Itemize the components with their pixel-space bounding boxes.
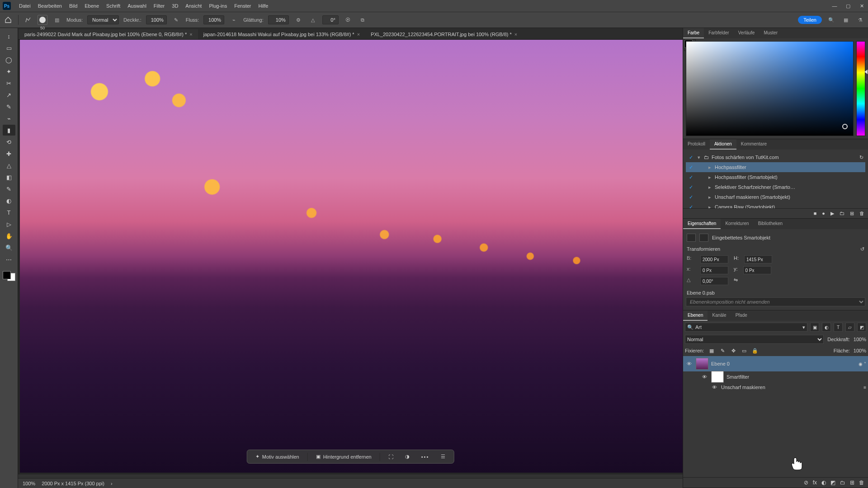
quick-select-tool[interactable]: ✦: [3, 66, 15, 77]
new-action-button[interactable]: ⊞: [850, 211, 854, 216]
check-icon[interactable]: ✓: [688, 164, 694, 170]
move-tool[interactable]: ↕: [3, 31, 15, 42]
menu-fenster[interactable]: Fenster: [231, 1, 255, 10]
lock-artboard-icon[interactable]: ▭: [740, 347, 748, 355]
tab-ebenen[interactable]: Ebenen: [683, 310, 708, 321]
adjustment-icon[interactable]: ◩: [830, 479, 835, 486]
tab-muster[interactable]: Muster: [759, 28, 782, 38]
marquee-tool[interactable]: ▭: [3, 42, 15, 53]
menu-bild[interactable]: Bild: [66, 1, 81, 10]
flow-value[interactable]: 100%: [203, 15, 224, 24]
tab-pfade[interactable]: Pfade: [731, 310, 752, 321]
filter-name[interactable]: Unscharf maskieren: [721, 385, 765, 390]
share-button[interactable]: Teilen: [798, 16, 822, 24]
layer-ebene-0[interactable]: 👁 Ebene 0 ◉ ˅: [683, 356, 868, 371]
smooth-value[interactable]: 10%: [268, 15, 289, 24]
filter-image-icon[interactable]: ▣: [810, 323, 819, 332]
canvas-area[interactable]: ✦Motiv auswählen ▣Hintergrund entfernen …: [18, 40, 683, 474]
fx-icon[interactable]: fx: [813, 479, 817, 486]
lock-transparency-icon[interactable]: ▦: [708, 347, 716, 355]
tab-farbfelder[interactable]: Farbfelder: [704, 28, 734, 38]
menu-auswahl[interactable]: Auswahl: [124, 1, 150, 10]
filter-shape-icon[interactable]: ▱: [845, 323, 854, 332]
document-info[interactable]: 2000 Px x 1415 Px (300 ppi): [42, 481, 104, 486]
dodge-tool[interactable]: ◐: [3, 195, 15, 206]
lasso-tool[interactable]: ◯: [3, 54, 15, 65]
adjust-icon[interactable]: ◑: [401, 452, 413, 461]
document-canvas[interactable]: [20, 40, 683, 473]
check-icon[interactable]: ✓: [688, 204, 694, 209]
pressure-size-icon[interactable]: ⦿: [343, 15, 353, 25]
hue-slider[interactable]: [856, 41, 865, 136]
search-icon[interactable]: 🔍: [826, 15, 836, 25]
tab-korrekturen[interactable]: Korrekturen: [721, 219, 753, 229]
edit-toolbar[interactable]: ⋯: [3, 254, 15, 265]
layer-thumbnail[interactable]: [696, 358, 708, 370]
link-layers-icon[interactable]: ⊘: [804, 479, 808, 486]
record-button[interactable]: ●: [822, 211, 825, 216]
clone-tool[interactable]: ⟲: [3, 136, 15, 147]
layer-comp-select[interactable]: Ebenenkomposition nicht anwenden: [686, 297, 865, 306]
reset-transform-icon[interactable]: ↺: [860, 246, 864, 252]
y-field[interactable]: [743, 266, 771, 274]
angle-icon[interactable]: △: [308, 15, 318, 25]
menu-datei[interactable]: Datei: [15, 1, 34, 10]
type-tool[interactable]: T: [3, 207, 15, 218]
tab-protokoll[interactable]: Protokoll: [683, 139, 710, 150]
menu-hilfe[interactable]: Hilfe: [255, 1, 272, 10]
action-row[interactable]: ✓▸Hochpassfilter: [686, 162, 865, 172]
color-handle[interactable]: [842, 124, 848, 129]
height-field[interactable]: [744, 255, 772, 263]
layer-opacity-value[interactable]: 100%: [854, 337, 866, 342]
check-icon[interactable]: ✓: [688, 184, 694, 190]
tab-farbe[interactable]: Farbe: [683, 28, 704, 38]
close-icon[interactable]: ×: [514, 32, 517, 37]
opacity-value[interactable]: 100%: [146, 15, 167, 24]
check-icon[interactable]: ✓: [688, 174, 694, 180]
tab-paris[interactable]: paris-2499022 David Mark auf Pixabay.jpg…: [19, 29, 198, 39]
healing-tool[interactable]: ⌁: [3, 113, 15, 124]
action-row[interactable]: ✓▸Selektiver Scharfzeichner (Smarto…: [686, 182, 865, 192]
hue-handle[interactable]: [864, 70, 868, 74]
filter-adjust-icon[interactable]: ◐: [822, 323, 831, 332]
tab-verlaeufe[interactable]: Verläufe: [734, 28, 760, 38]
menu-plugins[interactable]: Plug-ins: [205, 1, 231, 10]
action-row[interactable]: ✓▸Hochpassfilter (Smartobjekt): [686, 172, 865, 182]
path-tool[interactable]: ▷: [3, 219, 15, 230]
smart-filter-toggle[interactable]: ◉ ˅: [859, 361, 866, 366]
group-icon[interactable]: 🗀: [840, 479, 845, 486]
lock-pixels-icon[interactable]: ✎: [718, 347, 726, 355]
history-brush-tool[interactable]: ✚: [3, 148, 15, 159]
angle-value[interactable]: 0°: [322, 15, 339, 24]
filter-smart-icon[interactable]: ◩: [857, 323, 866, 332]
action-row[interactable]: ✓▸Unscharf maskieren (Smartobjekt): [686, 192, 865, 202]
tab-pxl[interactable]: PXL_20230422_122623454.PORTRAIT.jpg bei …: [365, 29, 523, 39]
x-field[interactable]: [700, 266, 728, 274]
reset-icon[interactable]: ↻: [859, 155, 863, 160]
layer-blend-select[interactable]: Normal: [685, 335, 824, 344]
filter-type-icon[interactable]: T: [834, 323, 843, 332]
width-field[interactable]: [700, 255, 728, 263]
window-close[interactable]: ✕: [858, 3, 865, 9]
crop-tool[interactable]: ✂: [3, 78, 15, 89]
hand-tool[interactable]: ✋: [3, 230, 15, 241]
select-subject-button[interactable]: ✦Motiv auswählen: [252, 452, 303, 461]
color-swatches[interactable]: [3, 268, 15, 281]
lock-position-icon[interactable]: ✥: [729, 347, 737, 355]
tab-kommentare[interactable]: Kommentare: [736, 139, 771, 150]
layer-filter-search[interactable]: 🔍Art▾: [685, 323, 807, 332]
visibility-icon[interactable]: 👁: [700, 374, 708, 380]
tab-aktionen[interactable]: Aktionen: [710, 139, 736, 150]
workspace-icon[interactable]: ▦: [841, 15, 851, 25]
eyedropper-tool[interactable]: ✎: [3, 101, 15, 112]
opacity-pressure-icon[interactable]: ✎: [171, 15, 181, 25]
actions-list[interactable]: ✓▾🗀Fotos schärfen von TutKit.com↻ ✓▸Hoch…: [683, 150, 868, 208]
smart-filters-row[interactable]: 👁 Smartfilter: [683, 371, 868, 382]
delete-button[interactable]: 🗑: [859, 211, 864, 216]
more-menu[interactable]: •••: [418, 453, 433, 461]
menu-ansicht[interactable]: Ansicht: [182, 1, 205, 10]
foreground-color-swatch[interactable]: [3, 271, 11, 279]
smart-filter-item[interactable]: 👁 Unscharf maskieren ≡: [683, 382, 868, 392]
play-button[interactable]: ▶: [830, 211, 834, 216]
properties-icon[interactable]: ☰: [437, 452, 449, 461]
